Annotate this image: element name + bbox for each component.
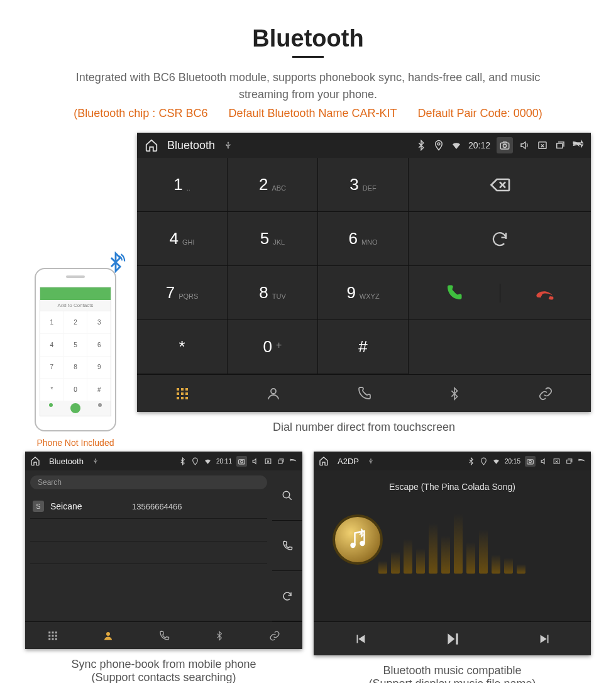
back-icon[interactable] <box>578 457 586 465</box>
nav-link[interactable] <box>500 375 591 412</box>
contact-row[interactable]: S Seicane 13566664466 <box>30 494 267 519</box>
svg-rect-5 <box>177 388 179 391</box>
key-6[interactable]: 6MNO <box>318 212 409 266</box>
page-title: Bluetooth <box>13 25 603 52</box>
refresh-button[interactable] <box>409 212 591 266</box>
nav-call-log[interactable] <box>319 375 409 412</box>
svg-rect-21 <box>52 631 54 633</box>
key-8[interactable]: 8TUV <box>228 266 318 320</box>
nav-contacts[interactable] <box>228 375 318 412</box>
key-9[interactable]: 9WXYZ <box>318 266 409 320</box>
svg-rect-8 <box>177 392 179 395</box>
hangup-button[interactable] <box>500 284 591 303</box>
nav-dialpad[interactable] <box>25 622 80 649</box>
svg-rect-22 <box>55 631 57 633</box>
usb-icon <box>92 458 99 464</box>
call-button[interactable] <box>409 266 591 320</box>
refresh-button[interactable] <box>272 571 302 621</box>
home-icon[interactable] <box>319 456 329 466</box>
spec-chip: (Bluetooth chip : CSR BC6 <box>74 107 207 119</box>
wifi-icon <box>204 457 212 465</box>
dialpad: 1.. 2ABC 3DEF 4GHI 5JKL 6MNO 7PQRS 8TUV … <box>137 158 409 374</box>
play-pause-button[interactable] <box>406 622 498 655</box>
phone-add-contacts-label: Add to Contacts <box>40 300 111 311</box>
close-app-icon[interactable] <box>553 457 561 465</box>
statusbar-time: 20:12 <box>468 140 490 150</box>
spec-line: (Bluetooth chip : CSR BC6 Default Blueto… <box>13 107 603 120</box>
track-title: Escape (The Pina Colada Song) <box>389 482 515 492</box>
camera-icon[interactable] <box>525 456 536 467</box>
key-star[interactable]: * <box>137 320 228 374</box>
call-button[interactable] <box>272 521 302 571</box>
nav-bluetooth[interactable] <box>192 622 247 649</box>
back-icon[interactable] <box>289 457 297 465</box>
svg-point-0 <box>437 143 440 145</box>
svg-rect-25 <box>55 635 57 636</box>
phonebook-device: Bluetooth 20:11 <box>25 452 302 649</box>
svg-point-35 <box>361 541 365 545</box>
dialer-device: Bluetooth 20:12 <box>137 133 591 412</box>
svg-point-29 <box>106 632 110 636</box>
svg-rect-7 <box>185 388 188 391</box>
key-hash[interactable]: # <box>318 320 409 374</box>
svg-point-34 <box>351 543 355 547</box>
bluetooth-icon <box>179 457 187 465</box>
statusbar-time: 20:15 <box>505 458 520 465</box>
svg-rect-6 <box>181 388 184 391</box>
statusbar-time: 20:11 <box>216 458 232 465</box>
svg-point-2 <box>503 144 506 147</box>
svg-rect-24 <box>52 635 54 636</box>
key-4[interactable]: 4GHI <box>137 212 228 266</box>
album-art-icon <box>333 514 383 565</box>
statusbar-title: Bluetooth <box>167 139 215 152</box>
search-button[interactable] <box>272 470 302 521</box>
key-3[interactable]: 3DEF <box>318 158 409 212</box>
nav-contacts[interactable] <box>80 622 136 649</box>
next-button[interactable] <box>498 622 591 655</box>
prev-button[interactable] <box>314 622 406 655</box>
key-0[interactable]: 0+ <box>228 320 318 374</box>
volume-icon[interactable] <box>519 140 531 151</box>
svg-point-31 <box>529 460 532 463</box>
statusbar-title: Bluetooth <box>49 457 84 466</box>
home-icon[interactable] <box>30 456 40 466</box>
nav-link[interactable] <box>247 622 302 649</box>
recent-apps-icon[interactable] <box>554 140 566 151</box>
volume-icon[interactable] <box>251 457 260 465</box>
key-7[interactable]: 7PQRS <box>137 266 228 320</box>
contact-number: 13566664466 <box>132 502 182 511</box>
location-icon <box>433 140 444 151</box>
nav-call-log[interactable] <box>136 622 191 649</box>
camera-icon[interactable] <box>236 456 247 467</box>
music-device: A2DP 20:15 <box>314 452 591 655</box>
home-icon[interactable] <box>145 138 158 152</box>
back-icon[interactable] <box>572 140 583 151</box>
svg-point-16 <box>241 460 243 463</box>
nav-bluetooth[interactable] <box>409 375 500 412</box>
key-5[interactable]: 5JKL <box>228 212 318 266</box>
music-controls <box>314 621 591 655</box>
title-underline <box>292 56 324 58</box>
search-input[interactable]: Search <box>30 475 267 489</box>
statusbar: Bluetooth 20:12 <box>137 133 591 158</box>
statusbar-title: A2DP <box>338 457 359 466</box>
recent-apps-icon[interactable] <box>277 457 285 465</box>
nav-dialpad[interactable] <box>137 375 228 412</box>
music-caption: Bluetooth music compatible (Support disp… <box>314 664 591 683</box>
close-app-icon[interactable] <box>264 457 272 465</box>
volume-icon[interactable] <box>540 457 548 465</box>
key-1[interactable]: 1.. <box>137 158 228 212</box>
usb-icon <box>368 458 374 464</box>
backspace-button[interactable] <box>409 158 591 212</box>
usb-icon <box>224 141 233 150</box>
phone-mockup: Add to Contacts 123 456 789 *0# <box>35 268 116 431</box>
recent-apps-icon[interactable] <box>565 457 573 465</box>
close-app-icon[interactable] <box>537 140 548 151</box>
bluetooth-signal-icon <box>105 252 126 273</box>
camera-icon[interactable] <box>497 137 513 153</box>
key-2[interactable]: 2ABC <box>228 158 318 212</box>
bluetooth-icon <box>467 457 475 465</box>
svg-point-14 <box>271 389 276 394</box>
svg-rect-12 <box>181 397 184 399</box>
wifi-icon <box>492 457 500 465</box>
